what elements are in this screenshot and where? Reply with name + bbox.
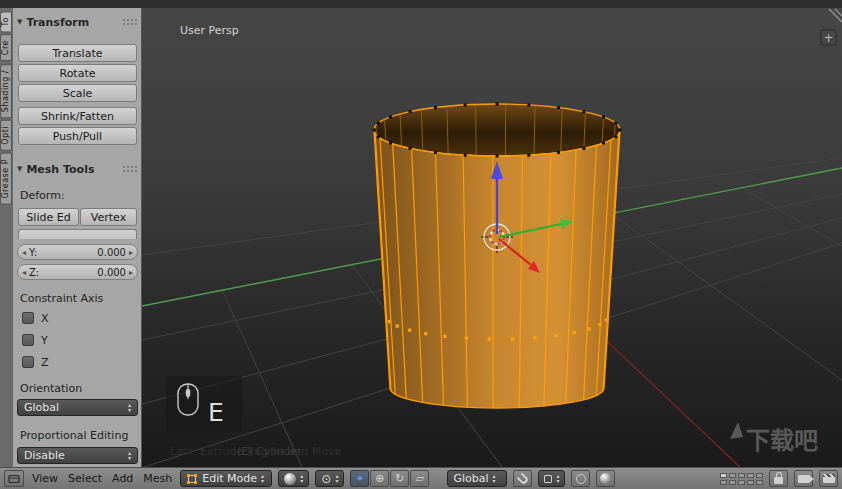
- mode-label: Edit Mode: [202, 472, 257, 485]
- panel-grip-icon[interactable]: [122, 165, 137, 173]
- render-still-button[interactable]: [794, 470, 813, 487]
- menu-add[interactable]: Add: [110, 472, 135, 485]
- mesh-tools-panel-header[interactable]: ▼ Mesh Tools: [17, 162, 137, 176]
- field-value: 0.000: [97, 267, 126, 278]
- layer-cell[interactable]: [729, 480, 736, 485]
- slide-edge-button[interactable]: Slide Ed: [18, 208, 79, 226]
- panel-title: Mesh Tools: [26, 163, 94, 176]
- render-animation-button[interactable]: [819, 470, 838, 487]
- lock-icon: [774, 477, 783, 484]
- checkbox-icon[interactable]: [22, 334, 34, 346]
- rotate-button[interactable]: Rotate: [18, 64, 137, 82]
- occlude-geometry-toggle[interactable]: [596, 470, 615, 487]
- blender-window: To Cre Shading / Opti Grease P ▼ Transfo…: [0, 0, 842, 489]
- clapper-icon: [823, 474, 835, 483]
- scale-button[interactable]: Scale: [18, 84, 137, 102]
- pivot-center-icon: ⊙: [321, 473, 331, 485]
- dropdown-arrows-icon: ▴▾: [261, 474, 264, 483]
- circle-icon: [576, 474, 586, 484]
- increment-icon[interactable]: ▸: [129, 248, 133, 257]
- dropdown-arrows-icon: ▴▾: [493, 474, 496, 483]
- layer-cell[interactable]: [720, 480, 727, 485]
- transform-panel-header[interactable]: ▼ Transform: [17, 15, 137, 29]
- mode-dropdown[interactable]: Edit Mode ▴▾: [180, 470, 272, 487]
- decrement-icon[interactable]: ◂: [22, 248, 26, 257]
- orientation-select[interactable]: Global ▴▾: [17, 399, 138, 416]
- editor-type-button[interactable]: [4, 470, 24, 487]
- constraint-axis-label: Constraint Axis: [20, 292, 103, 305]
- clipped-button[interactable]: [18, 229, 137, 239]
- redo-z-field[interactable]: ◂ Z: 0.000 ▸: [17, 264, 138, 280]
- layer-cell[interactable]: [738, 473, 745, 478]
- proportional-editing-toggle[interactable]: [571, 470, 590, 487]
- sphere-icon: [600, 473, 611, 484]
- pointer-icon: ⌖: [357, 473, 363, 484]
- panel-title: Transform: [26, 16, 89, 29]
- cylinder-mesh[interactable]: [373, 103, 622, 408]
- selected-option: Disable: [24, 449, 124, 462]
- tab-create[interactable]: Cre: [0, 34, 12, 61]
- layer-cell[interactable]: [756, 480, 763, 485]
- scale-manipulator-toggle[interactable]: ▱: [410, 470, 429, 487]
- view-split-corner-icon[interactable]: [829, 9, 842, 22]
- viewport-shading-dropdown[interactable]: ▴▾: [278, 470, 309, 487]
- vertex-slide-button[interactable]: Vertex: [80, 208, 137, 226]
- pivot-center-dropdown[interactable]: ⊙ ▴▾: [315, 470, 344, 487]
- orientation-dropdown[interactable]: Global ▴▾: [447, 470, 507, 487]
- watermark: 下载吧: [730, 422, 818, 455]
- snap-toggle[interactable]: [513, 470, 532, 487]
- orientation-label: Orientation: [20, 382, 82, 395]
- layer-cell[interactable]: [747, 473, 754, 478]
- lock-button[interactable]: [769, 470, 788, 487]
- checkbox-label: Y: [41, 334, 48, 347]
- tab-grease-pencil[interactable]: Grease P: [0, 153, 12, 205]
- region-expand-button[interactable]: +: [821, 30, 836, 45]
- layer-cell[interactable]: [756, 473, 763, 478]
- redo-y-field[interactable]: ◂ Y: 0.000 ▸: [17, 244, 138, 260]
- viewport-3d[interactable]: User Persp + E Last: Extrude Region and …: [142, 8, 842, 467]
- layer-cell[interactable]: [738, 480, 745, 485]
- rotate-icon: ↻: [395, 473, 404, 484]
- push-pull-button[interactable]: Push/Pull: [18, 127, 137, 145]
- menu-mesh[interactable]: Mesh: [141, 472, 174, 485]
- snap-element-dropdown[interactable]: ▴▾: [538, 470, 565, 487]
- checkbox-label: Z: [41, 356, 49, 369]
- operator-hint-label: (E) Cylinder: [237, 445, 302, 458]
- proportional-editing-label: Proportional Editing: [20, 429, 128, 442]
- dropdown-arrows-icon: ▴▾: [300, 474, 303, 483]
- key-press-overlay: E: [166, 376, 242, 432]
- menu-select[interactable]: Select: [66, 472, 104, 485]
- shrink-fatten-button[interactable]: Shrink/Fatten: [18, 107, 137, 125]
- layer-cell[interactable]: [720, 473, 727, 478]
- constraint-axis-y[interactable]: Y: [22, 333, 48, 347]
- layer-cell[interactable]: [747, 480, 754, 485]
- manipulator-toggle[interactable]: ⌖: [350, 470, 369, 487]
- dropdown-arrows-icon: ▴▾: [556, 474, 559, 483]
- panel-grip-icon[interactable]: [122, 18, 137, 26]
- deform-label: Deform:: [20, 189, 65, 202]
- manipulator-toggles: ⌖ ⊕ ↻ ▱: [350, 470, 429, 487]
- checkbox-icon[interactable]: [22, 312, 34, 324]
- tab-shading-uvs[interactable]: Shading /: [0, 64, 12, 118]
- proportional-editing-select[interactable]: Disable ▴▾: [17, 447, 138, 464]
- constraint-axis-z[interactable]: Z: [22, 355, 49, 369]
- checkbox-icon[interactable]: [22, 356, 34, 368]
- layer-cell[interactable]: [729, 473, 736, 478]
- mouse-wheel-icon: [186, 389, 190, 397]
- layers-widget[interactable]: [720, 473, 763, 485]
- translate-button[interactable]: Translate: [18, 44, 137, 62]
- dropdown-arrows-icon: ▴▾: [128, 403, 131, 412]
- viewport-canvas[interactable]: User Persp + E Last: Extrude Region and …: [142, 8, 842, 467]
- view-name-label: User Persp: [180, 24, 239, 37]
- constraint-axis-x[interactable]: X: [22, 311, 49, 325]
- tab-options[interactable]: Opti: [0, 120, 12, 151]
- decrement-icon[interactable]: ◂: [22, 268, 26, 277]
- toolshelf-tabs: To Cre Shading / Opti Grease P: [0, 8, 13, 467]
- increment-icon[interactable]: ▸: [129, 268, 133, 277]
- rotate-manipulator-toggle[interactable]: ↻: [390, 470, 409, 487]
- translate-manipulator-toggle[interactable]: ⊕: [370, 470, 389, 487]
- field-value: 0.000: [97, 247, 126, 258]
- scale-icon: ▱: [416, 473, 424, 484]
- tab-tools[interactable]: To: [0, 11, 12, 32]
- menu-view[interactable]: View: [30, 472, 60, 485]
